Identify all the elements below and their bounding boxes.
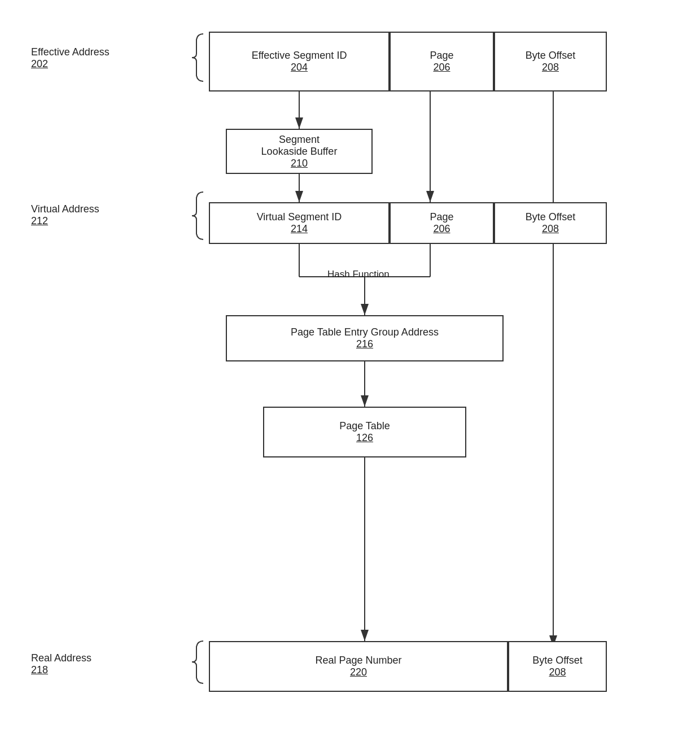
page-table-entry-group-box: Page Table Entry Group Address 216 — [226, 315, 504, 361]
segment-lookaside-buffer-box: Segment Lookaside Buffer 210 — [226, 129, 373, 174]
page-206-top-box: Page 206 — [390, 32, 494, 91]
byte-offset-208-mid-box: Byte Offset 208 — [494, 202, 607, 244]
byte-offset-208-top-box: Byte Offset 208 — [494, 32, 607, 91]
effective-segment-id-box: Effective Segment ID 204 — [209, 32, 390, 91]
virtual-segment-id-box: Virtual Segment ID 214 — [209, 202, 390, 244]
real-page-number-box: Real Page Number 220 — [209, 641, 508, 692]
real-address-label: Real Address 218 — [31, 652, 91, 676]
byte-offset-208-bottom-box: Byte Offset 208 — [508, 641, 607, 692]
page-table-box: Page Table 126 — [263, 407, 466, 457]
effective-address-label: Effective Address 202 — [31, 46, 110, 70]
diagram-arrows — [0, 0, 700, 741]
virtual-address-label: Virtual Address 212 — [31, 203, 99, 227]
hash-function-label: Hash Function — [327, 269, 390, 280]
diagram: Effective Address 202 Effective Segment … — [0, 0, 700, 741]
page-206-mid-box: Page 206 — [390, 202, 494, 244]
